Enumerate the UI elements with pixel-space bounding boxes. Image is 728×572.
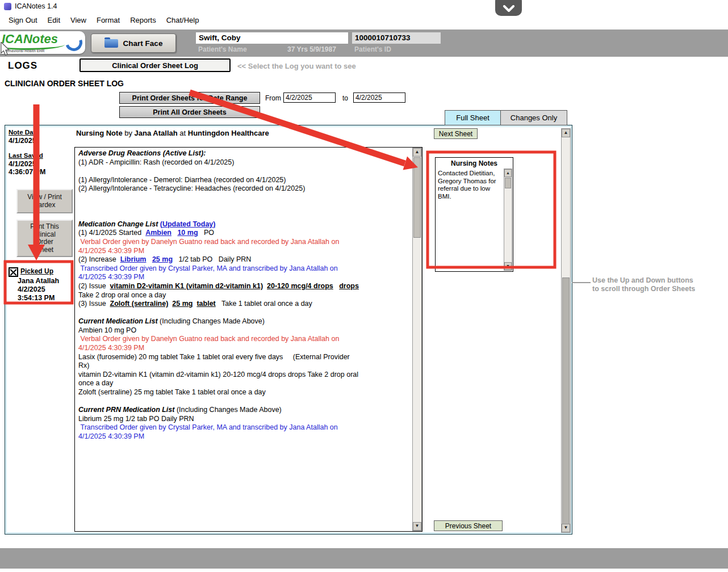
note-line (78, 397, 410, 406)
menu-sign-out[interactable]: Sign Out (3, 14, 43, 26)
note-body: Adverse Drug Reactions (Active List):(1)… (75, 148, 412, 531)
note-text: Current Medication List (78, 317, 158, 325)
note-text: Verbal Order given by Danelyn Guatno rea… (78, 238, 339, 246)
menu-chat-help[interactable]: Chat/Help (161, 14, 204, 26)
nursing-notes-scroll-up-button[interactable]: ▲ (504, 169, 512, 177)
note-scrollbar[interactable]: ▲ ▼ (412, 148, 422, 531)
note-text: Transcribed Order given by Crystal Parke… (78, 264, 338, 272)
from-label: From (265, 94, 281, 102)
note-line (78, 309, 410, 318)
next-sheet-button[interactable]: Next Sheet (434, 128, 478, 139)
log-selector-button[interactable]: Clinical Order Sheet Log (80, 58, 231, 72)
note-text: 1/2 tab PO Daily PRN (173, 255, 251, 263)
note-text: (2) Increase (78, 255, 120, 263)
menu-view[interactable]: View (65, 14, 91, 26)
note-text: Zoloft (sertraline) (110, 300, 169, 308)
order-sheets-scrollbar-thumb[interactable] (562, 277, 570, 527)
note-scroll-up-button[interactable]: ▲ (413, 148, 421, 157)
note-line: (2) Issue vitamin D2-vitamin K1 (vitamin… (78, 282, 410, 291)
print-all-button[interactable]: Print All Order Sheets (119, 106, 260, 118)
logo-tagline: Behavioral Health EHR (5, 49, 44, 53)
note-line: Transcribed Order given by Crystal Parke… (78, 423, 410, 432)
med-link[interactable]: 25 mg (152, 255, 173, 263)
med-link[interactable]: Librium (120, 255, 147, 263)
chart-face-button[interactable]: Chart Face (91, 33, 176, 53)
med-link[interactable]: 10 mg (177, 229, 198, 237)
picked-up-checkbox[interactable] (9, 267, 18, 277)
order-sheets-scrollbar[interactable]: ▲ ▼ (561, 128, 571, 533)
note-date-value: 4/1/2025 (9, 137, 36, 145)
note-line: Current Medication List (Including Chang… (78, 317, 410, 326)
nursing-notes-scrollbar[interactable]: ▲ ▼ (504, 169, 512, 271)
order-sheet-text-area: Adverse Drug Reactions (Active List):(1)… (74, 147, 422, 532)
from-date-field[interactable] (283, 92, 336, 103)
patient-id-field: 1000010710733 (352, 32, 441, 44)
note-line: (1) ADR - Ampicillin: Rash (recorded on … (78, 158, 410, 167)
med-link[interactable]: (Updated Today) (160, 220, 216, 228)
note-line: Medication Change List (Updated Today) (78, 220, 410, 229)
patient-name-field: Swift, Coby (196, 32, 348, 44)
note-scroll-down-button[interactable]: ▼ (413, 522, 421, 531)
note-line: vitamin D2-vitamin K1 (vitamin d2-vitami… (78, 371, 410, 380)
note-text: Current PRN Medication List (78, 406, 174, 414)
tab-full-sheet[interactable]: Full Sheet (445, 110, 501, 125)
note-line (78, 167, 410, 176)
last-saved-date: 4/1/2025 (9, 160, 36, 168)
note-line: (1) Allergy/Intolerance - Demerol: Diarr… (78, 176, 410, 185)
note-text: 25 mg (172, 300, 193, 308)
order-sheets-scroll-up-button[interactable]: ▲ (562, 129, 570, 137)
menu-format[interactable]: Format (91, 14, 125, 26)
note-line: 4/1/2025 4:30:39 PM (78, 247, 410, 256)
menu-bar: Sign Out Edit View Format Reports Chat/H… (0, 12, 728, 27)
log-selector-hint: << Select the Log you want to see (237, 62, 356, 70)
note-text: 4/1/2025 4:30:39 PM (78, 344, 144, 352)
note-text (171, 229, 177, 237)
title-bar: ICANotes 1.4 (0, 0, 728, 12)
note-text: once a day (78, 379, 113, 387)
note-scrollbar-thumb[interactable] (413, 157, 421, 238)
note-text: tablet (196, 300, 215, 308)
note-text: 4/1/2025 4:30:39 PM (78, 432, 144, 440)
annotation-pointer-line (572, 282, 591, 283)
note-line: 4/1/2025 4:30:39 PM (78, 273, 410, 282)
note-line: Verbal Order given by Danelyn Guatno rea… (78, 238, 410, 247)
note-line: Ambien 10 mg PO (78, 326, 410, 335)
note-text: Medication Change List (78, 220, 160, 228)
nursing-notes-field[interactable]: Contacted Dietitian, Gregory Thomas for … (436, 169, 504, 271)
nursing-notes-scroll-down-button[interactable]: ▼ (504, 262, 512, 270)
note-text: vitamin D2-vitamin K1 (vitamin d2-vitami… (78, 371, 358, 378)
note-line (78, 203, 410, 212)
note-text: (Including Changes Made Above) (158, 317, 265, 325)
order-sheets-scroll-down-button[interactable]: ▼ (562, 524, 570, 532)
view-print-kardex-button[interactable]: View / Print Kardex (16, 189, 73, 213)
menu-edit[interactable]: Edit (43, 14, 65, 26)
previous-sheet-button[interactable]: Previous Sheet (434, 520, 503, 531)
to-date-field[interactable] (353, 92, 405, 103)
tab-changes-only[interactable]: Changes Only (500, 110, 567, 125)
app-icon (4, 3, 11, 10)
note-text: Librium 25 mg 1/2 tab PO Daily PRN (78, 415, 194, 423)
overlay-chevron-button[interactable] (495, 0, 522, 16)
note-facility: Huntingdon Healthcare (188, 129, 269, 137)
annotation-text: Use the Up and Down buttons to scroll th… (592, 276, 714, 293)
folder-icon (104, 39, 118, 48)
note-text: (2) Allergy/Intolerance - Tetracycline: … (78, 184, 305, 192)
med-link[interactable]: Ambien (145, 229, 171, 237)
print-this-order-sheet-button[interactable]: Print This Clinical Order Sheet (16, 220, 73, 257)
annotation-text-line1: Use the Up and Down buttons (592, 276, 714, 285)
screen: ICANotes 1.4 Sign Out Edit View Format R… (0, 0, 728, 572)
nursing-notes-scrollbar-thumb[interactable] (505, 178, 511, 188)
menu-reports[interactable]: Reports (125, 14, 161, 26)
note-line: 4/1/2025 4:30:39 PM (78, 432, 410, 441)
note-author: Jana Atallah (135, 129, 178, 137)
picked-up-label: Picked Up (20, 267, 53, 275)
note-text: Rx) (78, 361, 89, 369)
note-text: Lasix (furosemide) 20 mg tablet Take 1 t… (78, 353, 350, 361)
note-text: (2) Issue (78, 282, 110, 290)
section-title: CLINICIAN ORDER SHEET LOG (5, 79, 124, 88)
picked-up-date: 4/2/2025 (18, 285, 45, 293)
print-range-button[interactable]: Print Order Sheets for Date Range (119, 92, 260, 104)
note-line: Current PRN Medication List (Including C… (78, 406, 410, 415)
logs-title: LOGS (8, 60, 37, 72)
note-line: (3) Issue Zoloft (sertraline) 25 mg tabl… (78, 300, 410, 309)
